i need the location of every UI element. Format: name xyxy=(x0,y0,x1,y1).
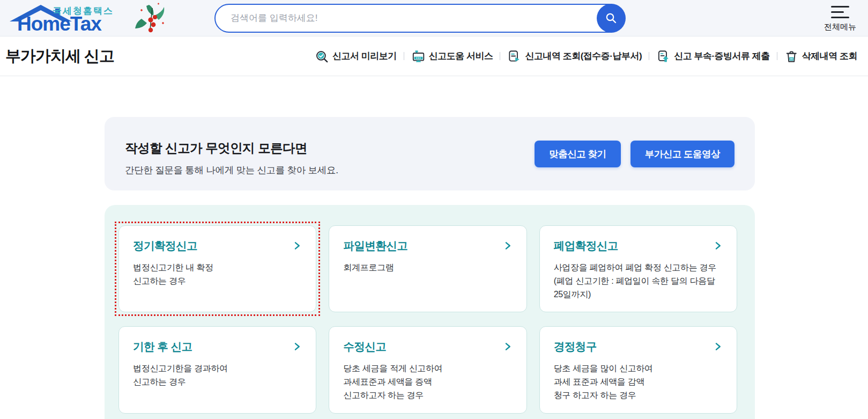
card-title: 기한 후 신고 xyxy=(133,339,192,354)
toolbar-separator xyxy=(404,52,404,60)
card-title: 폐업확정신고 xyxy=(554,238,618,253)
card-title: 경정청구 xyxy=(554,339,597,354)
card-description: 당초 세금을 많이 신고하여 과세 표준과 세액을 감액 청구 하고자 하는 경… xyxy=(554,362,723,402)
banner-buttons: 맞춤신고 찾기 부가신고 도움영상 xyxy=(535,141,735,167)
monitor-help-icon xyxy=(411,49,425,63)
chevron-right-icon xyxy=(713,241,723,251)
toolbar-item-label: 신고 부속·증빙서류 제출 xyxy=(674,50,770,62)
preview-check-icon xyxy=(315,49,329,63)
card-description: 당초 세금을 적게 신고하여 과세표준과 세액을 증액 신고하고자 하는 경우 xyxy=(343,362,512,402)
trash-icon xyxy=(784,49,798,63)
vat-help-video-button[interactable]: 부가신고 도움영상 xyxy=(630,141,735,167)
chevron-right-icon xyxy=(713,342,723,351)
card-correction-claim[interactable]: 경정청구 당초 세금을 많이 신고하여 과세 표준과 세액을 감액 청구 하고자… xyxy=(539,326,737,413)
chevron-right-icon xyxy=(503,342,513,351)
card-description: 회계프로그램 xyxy=(343,261,512,275)
hometax-logo-graphic: 국세청홈택스 HomeTax xyxy=(5,2,133,34)
page-toolbar: 신고서 미리보기 신고도움 서비스 신고내역 조회(접수증·납부서) xyxy=(315,49,857,63)
toolbar-item-label: 삭제내역 조회 xyxy=(802,50,857,62)
toolbar-separator xyxy=(649,52,649,60)
toolbar-item-report-history[interactable]: 신고내역 조회(접수증·납부서) xyxy=(507,49,642,63)
report-type-grid: 정기확정신고 법정신고기한 내 확정 신고하는 경우 파일변환신고 회계프로그램… xyxy=(118,225,737,414)
chevron-right-icon xyxy=(292,342,302,351)
card-amended-report[interactable]: 수정신고 당초 세금을 적게 신고하여 과세표준과 세액을 증액 신고하고자 하… xyxy=(329,326,526,413)
hometax-logo[interactable]: 국세청홈택스 HomeTax xyxy=(5,2,166,34)
custom-report-find-button[interactable]: 맞춤신고 찾기 xyxy=(535,141,620,167)
all-menu-label: 전체메뉴 xyxy=(824,22,856,32)
card-description: 사업장을 폐업하여 폐업 확정 신고하는 경우 (폐업 신고기한 : 폐업일이 … xyxy=(554,261,723,301)
card-closure-final-report[interactable]: 폐업확정신고 사업장을 폐업하여 폐업 확정 신고하는 경우 (폐업 신고기한 … xyxy=(539,225,737,312)
toolbar-item-report-preview[interactable]: 신고서 미리보기 xyxy=(315,49,397,63)
search-button[interactable] xyxy=(597,4,626,33)
guide-banner: 작성할 신고가 무엇인지 모른다면 간단한 질문을 통해 나에게 맞는 신고를 … xyxy=(105,117,755,190)
card-description: 법정신고기한 내 확정 신고하는 경우 xyxy=(133,261,302,288)
logo-title: HomeTax xyxy=(17,13,102,34)
toolbar-item-label: 신고내역 조회(접수증·납부서) xyxy=(525,50,642,62)
toolbar-item-report-help-service[interactable]: 신고도움 서비스 xyxy=(411,49,493,63)
report-type-section: 정기확정신고 법정신고기한 내 확정 신고하는 경우 파일변환신고 회계프로그램… xyxy=(105,205,755,419)
toolbar-separator xyxy=(777,52,777,60)
toolbar-item-label: 신고도움 서비스 xyxy=(429,50,493,62)
document-upload-icon xyxy=(656,49,670,63)
page-head: 부가가치세 신고 신고서 미리보기 신고도움 서비스 xyxy=(0,36,868,76)
top-header: 국세청홈택스 HomeTax 전체메뉴 xyxy=(0,0,868,36)
all-menu-button[interactable]: 전체메뉴 xyxy=(824,6,856,32)
document-arrow-icon xyxy=(507,49,521,63)
toolbar-item-attachment-submit[interactable]: 신고 부속·증빙서류 제출 xyxy=(656,49,770,63)
search-bar xyxy=(214,4,624,33)
page-title: 부가가치세 신고 xyxy=(5,46,114,67)
toolbar-item-label: 신고서 미리보기 xyxy=(332,50,397,62)
hamburger-icon xyxy=(831,6,849,18)
toolbar-separator xyxy=(500,52,500,60)
card-file-conversion-report[interactable]: 파일변환신고 회계프로그램 xyxy=(329,225,526,312)
holly-decoration-icon xyxy=(133,3,166,34)
search-input[interactable] xyxy=(214,4,624,33)
card-title: 수정신고 xyxy=(343,339,386,354)
toolbar-item-deleted-history[interactable]: 삭제내역 조회 xyxy=(784,49,857,63)
card-regular-final-report[interactable]: 정기확정신고 법정신고기한 내 확정 신고하는 경우 xyxy=(118,225,316,312)
search-icon xyxy=(604,11,618,25)
card-late-report[interactable]: 기한 후 신고 법정신고기한을 경과하여 신고하는 경우 xyxy=(118,326,316,413)
chevron-right-icon xyxy=(503,241,513,251)
card-description: 법정신고기한을 경과하여 신고하는 경우 xyxy=(133,362,302,389)
card-title: 정기확정신고 xyxy=(133,238,197,253)
card-title: 파일변환신고 xyxy=(343,238,407,253)
chevron-right-icon xyxy=(292,241,302,251)
